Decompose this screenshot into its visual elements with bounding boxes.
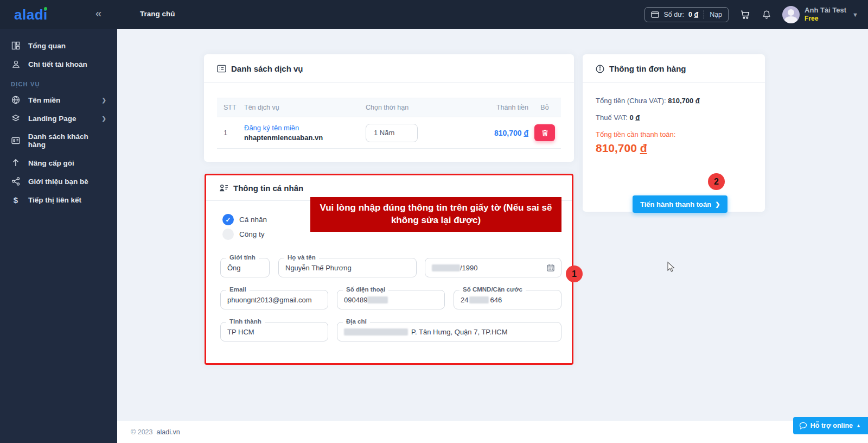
table-header-row: STT Tên dịch vụ Chọn thời hạn Thành tiền… xyxy=(217,98,561,117)
sidebar-item-label: Tổng quan xyxy=(28,42,66,50)
person-lines-icon xyxy=(219,184,228,192)
sidebar-item-tong-quan[interactable]: Tổng quan xyxy=(0,36,117,55)
checkout-label: Tiến hành thanh toán xyxy=(640,200,711,208)
id-number-field[interactable]: Số CMND/Căn cước 24 646 xyxy=(454,290,561,309)
city-field[interactable]: Tỉnh thành TP HCM xyxy=(220,322,328,341)
share-icon xyxy=(11,177,21,186)
fullname-label: Họ và tên xyxy=(284,254,319,261)
sidebar-item-label: Nâng cấp gói xyxy=(28,159,74,167)
sidebar-item-label: Danh sách khách hàng xyxy=(28,132,106,149)
cart-icon[interactable] xyxy=(739,9,751,20)
personal-card-title: Thông tin cá nhân xyxy=(233,183,303,193)
info-icon xyxy=(596,65,604,73)
logo-dot-icon xyxy=(44,7,47,10)
city-value: TP HCM xyxy=(227,328,254,336)
address-field[interactable]: Địa chỉ P. Tân Hưng, Quận 7, TP.HCM xyxy=(337,322,561,341)
calendar-icon[interactable] xyxy=(547,264,554,271)
logo-text: aladi xyxy=(14,7,48,23)
gender-label: Giới tính xyxy=(226,254,259,261)
remove-item-button[interactable] xyxy=(534,124,555,141)
email-label: Email xyxy=(226,286,250,293)
chevron-right-icon: ❯ xyxy=(102,116,106,122)
phone-label: Số điện thoại xyxy=(343,286,388,293)
fullname-field[interactable]: Họ và tên Nguyễn Thế Phương xyxy=(278,258,417,277)
order-card-title: Thông tin đơn hàng xyxy=(609,64,686,73)
sidebar-item-danh-sach-khach-hang[interactable]: Danh sách khách hàng xyxy=(0,128,117,154)
sidebar-item-ten-mien[interactable]: Tên miền ❯ xyxy=(0,91,117,109)
avatar xyxy=(782,6,800,23)
col-header-service: Tên dịch vụ xyxy=(244,104,366,111)
radio-checked-icon: ✓ xyxy=(222,214,234,225)
radio-unchecked-icon xyxy=(222,229,234,240)
redacted-text xyxy=(469,296,489,303)
trash-icon xyxy=(541,129,548,137)
duration-select[interactable]: 1 Năm xyxy=(366,124,418,142)
breadcrumb: Trang chủ xyxy=(140,10,175,18)
col-header-duration: Chọn thời hạn xyxy=(366,104,458,111)
sidebar-item-gioi-thieu-ban-be[interactable]: Giới thiệu bạn bè xyxy=(0,172,117,191)
chevron-down-icon: ▼ xyxy=(852,11,858,18)
annotation-step-1: 1 xyxy=(566,265,583,282)
col-header-stt: STT xyxy=(217,104,244,111)
sidebar-item-label: Tiếp thị liên kết xyxy=(28,196,81,204)
redacted-text xyxy=(432,264,460,271)
app-screen: aladi « Trang chủ Số dư: 0 đ Nạp xyxy=(0,0,868,443)
topbar-right: Số dư: 0 đ Nạp Anh Tài Test Free ▼ xyxy=(644,0,858,29)
aladi-logo[interactable]: aladi xyxy=(14,7,48,23)
sidebar-item-label: Landing Page xyxy=(28,115,76,123)
services-table: STT Tên dịch vụ Chọn thời hạn Thành tiền… xyxy=(217,98,561,149)
sidebar-item-chi-tiet-tai-khoan[interactable]: Chi tiết tài khoản xyxy=(0,55,117,73)
sidebar-collapse-icon[interactable]: « xyxy=(95,8,101,18)
col-header-remove: Bỏ xyxy=(528,104,561,111)
phone-field[interactable]: Số điện thoại 090489 xyxy=(337,290,445,309)
service-type-link[interactable]: Đăng ký tên miền xyxy=(244,124,366,132)
services-card: Danh sách dịch vụ STT Tên dịch vụ Chọn t… xyxy=(204,54,574,162)
total-amount: 810,700 đ xyxy=(596,142,752,155)
col-header-price: Thành tiền xyxy=(458,104,528,111)
id-number-label: Số CMND/Căn cước xyxy=(459,286,526,293)
vat-line: Thuế VAT: 0 đ xyxy=(596,113,752,122)
support-label: Hỗ trợ online xyxy=(810,422,853,429)
topbar: aladi « Trang chủ Số dư: 0 đ Nạp xyxy=(0,0,868,29)
checkout-button[interactable]: Tiến hành thanh toán ❯ xyxy=(633,195,727,213)
services-card-title: Danh sách dịch vụ xyxy=(231,64,303,73)
user-menu[interactable]: Anh Tài Test Free ▼ xyxy=(782,6,858,23)
domain-name: nhaptenmiencuaban.vn xyxy=(244,134,366,142)
order-summary-card: Thông tin đơn hàng Tổng tiền (Chưa VAT):… xyxy=(583,54,765,212)
sidebar-item-landing-page[interactable]: Landing Page ❯ xyxy=(0,109,117,128)
arrow-right-icon: ❯ xyxy=(715,201,720,208)
sidebar-item-nang-cap-goi[interactable]: Nâng cấp gói xyxy=(0,154,117,172)
arrow-up-icon xyxy=(11,159,21,167)
city-label: Tỉnh thành xyxy=(226,318,265,325)
dollar-icon: $ xyxy=(11,195,21,205)
radio-label: Công ty xyxy=(239,230,265,238)
radio-cong-ty[interactable]: Công ty xyxy=(222,229,265,240)
redacted-text xyxy=(344,328,408,336)
balance-amount: 0 xyxy=(688,11,692,18)
email-field[interactable]: Email phuongnt2013@gmail.com xyxy=(220,290,328,309)
caret-up-icon: ▲ xyxy=(856,423,861,428)
pill-divider xyxy=(704,10,704,19)
footer: © 2023 aladi.vn xyxy=(117,421,868,443)
notification-bell-icon[interactable] xyxy=(762,9,771,20)
sidebar-item-tiep-thi-lien-ket[interactable]: $ Tiếp thị liên kết xyxy=(0,191,117,210)
fullname-value: Nguyễn Thế Phương xyxy=(285,264,352,272)
radio-ca-nhan[interactable]: ✓ Cá nhân xyxy=(222,214,267,225)
personal-info-card: Thông tin cá nhân Vui lòng nhập đúng thô… xyxy=(205,174,573,365)
sidebar-item-label: Tên miền xyxy=(28,96,60,104)
birthday-field[interactable]: /1990 xyxy=(425,258,561,277)
address-value: P. Tân Hưng, Quận 7, TP.HCM xyxy=(411,328,508,336)
support-online-button[interactable]: Hỗ trợ online ▲ xyxy=(793,417,868,434)
mouse-cursor xyxy=(666,261,676,273)
balance-pill[interactable]: Số dư: 0 đ Nạp xyxy=(644,7,729,22)
footer-brand-link[interactable]: aladi.vn xyxy=(157,428,180,436)
gender-field[interactable]: Giới tính Ông xyxy=(220,258,270,277)
birthday-value: /1990 xyxy=(460,264,478,272)
sidebar: Tổng quan Chi tiết tài khoản DỊCH VỤ Tên… xyxy=(0,29,117,443)
gender-value: Ông xyxy=(227,264,241,272)
topup-button[interactable]: Nạp xyxy=(710,11,722,18)
globe-icon xyxy=(11,96,21,104)
sidebar-section-dich-vu: DỊCH VỤ xyxy=(0,73,117,91)
wallet-icon xyxy=(651,11,659,18)
total-label: Tổng tiền cần thanh toán: xyxy=(596,130,752,138)
